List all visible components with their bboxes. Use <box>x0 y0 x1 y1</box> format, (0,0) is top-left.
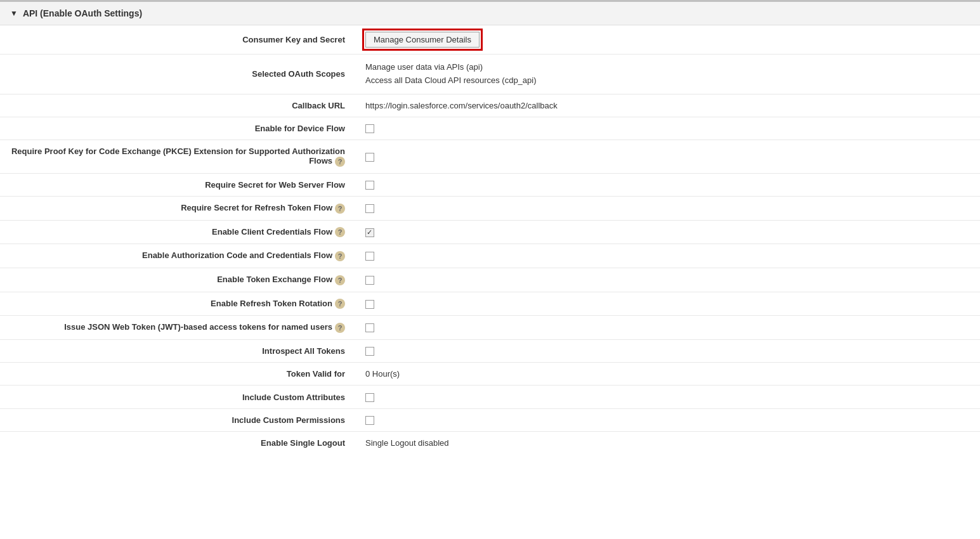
checkbox-wrapper-secret-refresh-token <box>365 204 374 213</box>
table-row: Enable for Device Flow <box>0 117 980 140</box>
label-client-credentials: Enable Client Credentials Flow? <box>0 220 355 244</box>
table-row: Include Custom Permissions <box>0 408 980 432</box>
table-row: Enable Token Exchange Flow? <box>0 268 980 292</box>
page-container: ▼ API (Enable OAuth Settings) Consumer K… <box>0 0 980 539</box>
label-custom-permissions: Include Custom Permissions <box>0 408 355 432</box>
checkbox-wrapper-introspect-tokens <box>365 346 374 356</box>
value-secret-refresh-token <box>355 197 980 221</box>
table-row: Require Secret for Refresh Token Flow? <box>0 197 980 221</box>
value-client-credentials <box>355 220 980 244</box>
checkbox-refresh-token-rotation[interactable] <box>365 300 374 309</box>
table-row: Enable Authorization Code and Credential… <box>0 244 980 268</box>
checkbox-wrapper-auth-code-credentials <box>365 251 374 261</box>
value-consumer-key: Manage Consumer Details <box>355 25 980 55</box>
value-jwt-named-users <box>355 316 980 340</box>
value-token-exchange <box>355 268 980 292</box>
table-row: Require Proof Key for Code Exchange (PKC… <box>0 140 980 174</box>
settings-table: Consumer Key and SecretManage Consumer D… <box>0 25 980 454</box>
table-row: Enable Client Credentials Flow? <box>0 220 980 244</box>
checkbox-custom-attributes[interactable] <box>365 393 374 402</box>
help-icon-token-exchange[interactable]: ? <box>335 275 345 285</box>
checkbox-wrapper-device-flow <box>365 124 374 133</box>
help-icon-jwt-named-users[interactable]: ? <box>335 323 345 333</box>
checkbox-device-flow[interactable] <box>365 124 374 133</box>
table-row: Enable Single LogoutSingle Logout disabl… <box>0 432 980 455</box>
value-token-valid: 0 Hour(s) <box>355 363 980 386</box>
value-text-token-valid: 0 Hour(s) <box>365 369 400 379</box>
collapse-triangle[interactable]: ▼ <box>10 9 18 18</box>
label-single-logout: Enable Single Logout <box>0 432 355 455</box>
help-icon-pkce[interactable]: ? <box>335 157 345 167</box>
checkbox-pkce[interactable] <box>365 153 374 162</box>
value-refresh-token-rotation <box>355 292 980 316</box>
oauth-scope-line: Access all Data Cloud API resources (cdp… <box>365 74 970 88</box>
value-oauth-scopes: Manage user data via APIs (api)Access al… <box>355 55 980 94</box>
help-icon-secret-refresh-token[interactable]: ? <box>335 204 345 214</box>
value-custom-attributes <box>355 386 980 409</box>
label-pkce: Require Proof Key for Code Exchange (PKC… <box>0 140 355 174</box>
checkbox-custom-permissions[interactable] <box>365 416 374 425</box>
label-jwt-named-users: Issue JSON Web Token (JWT)-based access … <box>0 316 355 340</box>
checkbox-wrapper-custom-permissions <box>365 415 374 425</box>
value-text-single-logout: Single Logout disabled <box>365 438 449 448</box>
table-row: Introspect All Tokens <box>0 339 980 363</box>
section-title: API (Enable OAuth Settings) <box>23 8 142 18</box>
checkbox-wrapper-token-exchange <box>365 275 374 284</box>
table-row: Token Valid for0 Hour(s) <box>0 363 980 386</box>
label-consumer-key: Consumer Key and Secret <box>0 25 355 55</box>
value-secret-web-server <box>355 173 980 197</box>
label-custom-attributes: Include Custom Attributes <box>0 386 355 409</box>
section-header: ▼ API (Enable OAuth Settings) <box>0 2 980 25</box>
table-row: Callback URLhttps://login.salesforce.com… <box>0 94 980 117</box>
label-callback-url: Callback URL <box>0 94 355 117</box>
checkbox-auth-code-credentials[interactable] <box>365 252 374 261</box>
value-device-flow <box>355 117 980 140</box>
value-callback-url: https://login.salesforce.com/services/oa… <box>355 94 980 117</box>
checkbox-wrapper-custom-attributes <box>365 392 374 401</box>
label-secret-web-server: Require Secret for Web Server Flow <box>0 173 355 197</box>
oauth-scope-line: Manage user data via APIs (api) <box>365 61 970 74</box>
label-oauth-scopes: Selected OAuth Scopes <box>0 55 355 94</box>
table-row: Consumer Key and SecretManage Consumer D… <box>0 25 980 55</box>
value-pkce <box>355 140 980 174</box>
table-row: Enable Refresh Token Rotation? <box>0 292 980 316</box>
checkbox-client-credentials[interactable] <box>365 228 374 237</box>
value-text-callback-url: https://login.salesforce.com/services/oa… <box>365 101 558 110</box>
checkbox-wrapper-secret-web-server <box>365 180 374 190</box>
help-icon-client-credentials[interactable]: ? <box>335 227 345 237</box>
checkbox-introspect-tokens[interactable] <box>365 347 374 356</box>
help-icon-auth-code-credentials[interactable]: ? <box>335 251 345 261</box>
label-auth-code-credentials: Enable Authorization Code and Credential… <box>0 244 355 268</box>
checkbox-wrapper-pkce <box>365 152 374 161</box>
checkbox-secret-refresh-token[interactable] <box>365 204 374 213</box>
label-token-exchange: Enable Token Exchange Flow? <box>0 268 355 292</box>
checkbox-wrapper-client-credentials <box>365 227 374 237</box>
checkbox-jwt-named-users[interactable] <box>365 323 374 332</box>
label-secret-refresh-token: Require Secret for Refresh Token Flow? <box>0 197 355 221</box>
table-row: Selected OAuth ScopesManage user data vi… <box>0 55 980 94</box>
checkbox-wrapper-refresh-token-rotation <box>365 299 374 308</box>
manage-consumer-details-button[interactable]: Manage Consumer Details <box>365 32 480 48</box>
checkbox-secret-web-server[interactable] <box>365 181 374 190</box>
value-custom-permissions <box>355 408 980 432</box>
value-single-logout: Single Logout disabled <box>355 432 980 455</box>
checkbox-token-exchange[interactable] <box>365 276 374 285</box>
value-auth-code-credentials <box>355 244 980 268</box>
help-icon-refresh-token-rotation[interactable]: ? <box>335 299 345 309</box>
checkbox-wrapper-jwt-named-users <box>365 323 374 332</box>
label-token-valid: Token Valid for <box>0 363 355 386</box>
label-introspect-tokens: Introspect All Tokens <box>0 339 355 363</box>
label-refresh-token-rotation: Enable Refresh Token Rotation? <box>0 292 355 316</box>
value-introspect-tokens <box>355 339 980 363</box>
label-device-flow: Enable for Device Flow <box>0 117 355 140</box>
table-row: Include Custom Attributes <box>0 386 980 409</box>
table-row: Issue JSON Web Token (JWT)-based access … <box>0 316 980 340</box>
table-row: Require Secret for Web Server Flow <box>0 173 980 197</box>
